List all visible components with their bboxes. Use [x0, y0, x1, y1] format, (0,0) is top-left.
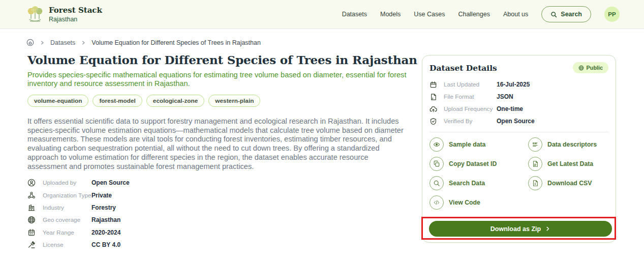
meta-row-uploaded-by: Uploaded by Open Source [27, 177, 130, 189]
calendar-icon [27, 228, 36, 237]
cloud-upload-icon [430, 105, 438, 113]
card-title: Dataset Details [430, 63, 497, 73]
card-header: Dataset Details Public [422, 55, 616, 73]
detail-row-upload-frequency: Upload Frequency One-time [430, 103, 608, 115]
forest-stack-logo-icon [26, 6, 44, 23]
meta-row-year-range: Year Range 2020-2024 [27, 226, 130, 239]
meta-row-organization-type: Organization Type Private [27, 189, 130, 201]
tag-western-plain[interactable]: western-plain [208, 95, 260, 107]
public-badge-label: Public [587, 65, 603, 71]
tag-list: volume-equation forest-model ecological-… [27, 95, 260, 107]
search-button[interactable]: Search [541, 6, 591, 22]
detail-rows: Last Updated 16-Jul-2025 File Format JSO… [422, 78, 616, 127]
breadcrumb-current-page: Volume Equation for Different Species of… [91, 39, 261, 46]
page-subtitle: Provides species-specific mathematical e… [27, 71, 408, 88]
meta-row-license: License CC BY 4.0 [27, 239, 130, 251]
eye-icon [430, 137, 444, 152]
metadata-list: Uploaded by Open Source Organization Typ… [27, 177, 130, 251]
breadcrumb: Datasets Volume Equation for Different S… [26, 39, 261, 46]
brand-title: Forest Stack [49, 6, 102, 15]
file-icon [430, 93, 438, 101]
main-nav: Datasets Models Use Cases Challenges Abo… [342, 6, 620, 22]
card-actions: Sample data Data descriptors Copy Datase… [422, 132, 616, 210]
license-icon [27, 241, 36, 249]
nav-item-about-us[interactable]: About us [503, 11, 528, 18]
get-latest-data-button[interactable]: Get Latest Data [528, 157, 608, 171]
data-descriptors-button[interactable]: Data descriptors [528, 137, 608, 152]
tag-volume-equation[interactable]: volume-equation [27, 95, 88, 107]
nav-item-datasets[interactable]: Datasets [342, 11, 367, 18]
sample-data-button[interactable]: Sample data [430, 137, 528, 152]
nav-item-use-cases[interactable]: Use Cases [414, 11, 445, 18]
search-icon [430, 176, 444, 190]
copy-icon [430, 157, 444, 171]
globe-icon [27, 216, 36, 224]
tag-ecological-zone[interactable]: ecological-zone [146, 95, 205, 107]
search-data-button[interactable]: Search Data [430, 176, 528, 190]
chevron-right-icon [545, 226, 550, 232]
nav-item-models[interactable]: Models [380, 11, 401, 18]
app-header: Forest Stack Rajasthan Datasets Models U… [0, 0, 644, 29]
tag-forest-model[interactable]: forest-model [93, 95, 142, 107]
shield-check-icon [430, 117, 438, 125]
download-as-zip-label: Download as Zip [490, 225, 541, 233]
globe-icon [578, 65, 584, 71]
copy-dataset-id-button[interactable]: Copy Dataset ID [430, 157, 528, 171]
org-icon [27, 191, 36, 199]
list-icon [528, 137, 542, 152]
dataset-description: It offers essential scientific data to s… [27, 117, 404, 171]
breadcrumb-datasets[interactable]: Datasets [50, 39, 75, 46]
brand-subtitle: Rajasthan [49, 16, 102, 23]
meta-row-industry: Industry Forestry [27, 202, 130, 214]
page-title: Volume Equation for Different Species of… [27, 53, 417, 67]
view-code-button[interactable]: View Code [430, 195, 528, 210]
dataset-details-card: Dataset Details Public Last Updated 16 [422, 55, 616, 243]
industry-icon [27, 203, 36, 212]
document-icon [528, 157, 542, 171]
detail-row-verified-by: Verified By Open Source [430, 115, 608, 127]
nav-item-challenges[interactable]: Challenges [458, 11, 490, 18]
chevron-right-icon [81, 40, 86, 45]
search-button-label: Search [561, 11, 582, 18]
calendar-icon [430, 80, 438, 89]
code-icon [430, 195, 444, 210]
search-icon [550, 11, 557, 18]
file-download-icon [528, 176, 542, 190]
avatar[interactable]: PP [604, 7, 620, 22]
chevron-right-icon [40, 40, 45, 45]
home-icon[interactable] [26, 39, 34, 46]
brand-logo[interactable]: Forest Stack Rajasthan [26, 6, 102, 23]
download-csv-button[interactable]: Download CSV [528, 176, 608, 190]
detail-row-last-updated: Last Updated 16-Jul-2025 [430, 78, 608, 91]
public-badge: Public [573, 62, 608, 73]
detail-row-file-format: File Format JSON [430, 91, 608, 103]
page: Forest Stack Rajasthan Datasets Models U… [0, 0, 644, 257]
user-icon [27, 179, 36, 187]
download-as-zip-button[interactable]: Download as Zip [429, 221, 612, 237]
meta-row-geo-coverage: Geo coverage Rajasthan [27, 214, 130, 226]
